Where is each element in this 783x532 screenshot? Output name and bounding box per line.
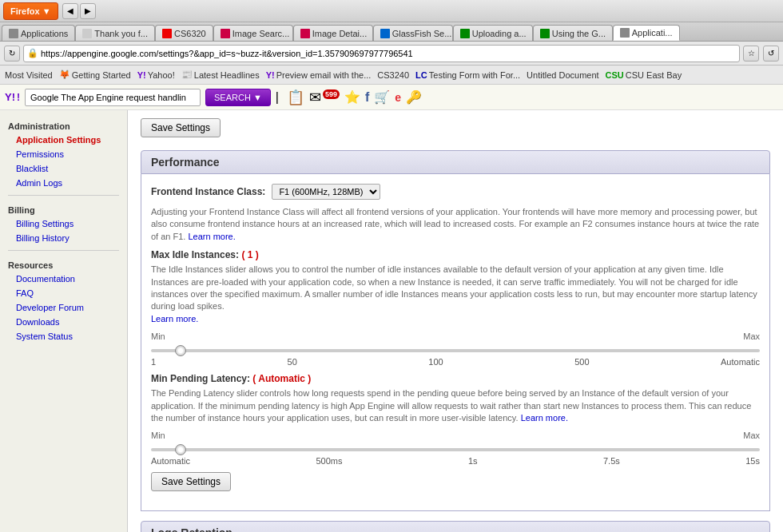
tab-label: CS6320 xyxy=(174,29,206,38)
notification-badge: 599 xyxy=(323,89,340,99)
facebook-icon[interactable]: f xyxy=(365,90,369,105)
tab-applications[interactable]: Applications xyxy=(2,25,75,41)
tab-cs6320[interactable]: CS6320 xyxy=(155,25,213,41)
sidebar-link-blacklist[interactable]: Blacklist xyxy=(0,161,127,176)
address-bar-row: ↻ 🔒 https://appengine.google.com/setting… xyxy=(0,42,783,66)
billing-section-title: Billing xyxy=(0,200,127,216)
sidebar-link-documentation[interactable]: Documentation xyxy=(0,272,127,286)
tab-label: Uploading a... xyxy=(472,29,527,38)
tab-label: Applications xyxy=(21,29,68,38)
bookmark-yahoo[interactable]: Y! Yahoo! xyxy=(137,70,175,80)
tab-icon xyxy=(162,29,172,38)
frontend-field-row: Frontend Instance Class: F1 (600MHz, 128… xyxy=(151,184,760,200)
sidebar-link-admin-logs[interactable]: Admin Logs xyxy=(0,176,127,190)
tab-icon xyxy=(221,29,230,38)
slider1-val-3: 100 xyxy=(428,357,443,367)
tab-uploading[interactable]: Uploading a... xyxy=(453,25,533,41)
bookmark-untitled[interactable]: Untitled Document xyxy=(527,70,599,80)
tab-image-search[interactable]: Image Searc... xyxy=(213,25,293,41)
lock-icon: 🔒 xyxy=(27,48,38,58)
max-idle-slider-container: Min Max 1 50 100 500 Automatic xyxy=(151,332,760,367)
bookmarks-bar: Most Visited 🦊 Getting Started Y! Yahoo!… xyxy=(0,66,783,85)
min-pending-learn-more-link[interactable]: Learn more. xyxy=(521,413,568,423)
slider2-val-5: 15s xyxy=(745,456,760,466)
tab-icon xyxy=(9,29,18,38)
slider2-val-2: 500ms xyxy=(316,456,342,466)
bookmark-most-visited[interactable]: Most Visited xyxy=(5,70,53,80)
content-area: Save Settings Performance Frontend Insta… xyxy=(128,110,783,532)
frontend-learn-more-link[interactable]: Learn more. xyxy=(188,232,235,241)
bookmark-testing-form[interactable]: LC Testing Form with For... xyxy=(415,70,520,80)
slider1-max-label: Max xyxy=(743,332,760,341)
tab-thank-you[interactable]: Thank you f... xyxy=(75,25,155,41)
frontend-select[interactable]: F1 (600MHz, 128MB) F2 (1.2GHz, 256MB) F4… xyxy=(272,184,380,200)
exclamation: ! xyxy=(17,92,20,103)
slider1-line xyxy=(151,349,760,352)
share-icon[interactable]: 📋 xyxy=(287,89,304,106)
slider1-val-2: 50 xyxy=(288,357,297,367)
slider2-val-4: 7.5s xyxy=(603,456,620,466)
tab-glassfish[interactable]: GlassFish Se... xyxy=(373,25,453,41)
bookmark-preview-email[interactable]: Y! Preview email with the... xyxy=(266,70,372,80)
bookmark-csu[interactable]: CSU CSU East Bay xyxy=(606,70,682,80)
slider2-val-1: Automatic xyxy=(151,456,190,466)
max-idle-learn-more-link[interactable]: Learn more. xyxy=(151,314,198,324)
bookmark-latest-headlines[interactable]: 📰 Latest Headlines xyxy=(181,69,260,80)
search-bar-row: Y! ! SEARCH ▼ | 📋 ✉ 599 ⭐ f 🛒 e 🔑 xyxy=(0,85,783,110)
search-button[interactable]: SEARCH ▼ xyxy=(205,89,271,106)
ebay-icon[interactable]: e xyxy=(395,91,401,104)
firefox-menu-button[interactable]: Firefox ▼ xyxy=(3,2,58,20)
refresh-button[interactable]: ↺ xyxy=(763,46,779,62)
lc-icon: LC xyxy=(415,70,427,80)
slider1-val-5: Automatic xyxy=(721,357,760,367)
tab-label: Image Detai... xyxy=(312,29,367,38)
tab-using-g[interactable]: Using the G... xyxy=(533,25,613,41)
tab-icon xyxy=(82,29,92,38)
reload-button[interactable]: ↻ xyxy=(4,46,20,62)
sidebar: Administration Application Settings Perm… xyxy=(0,110,128,532)
mail-icon[interactable]: ✉ xyxy=(309,89,321,106)
slider1-values: 1 50 100 500 Automatic xyxy=(151,357,760,367)
tab-label: Thank you f... xyxy=(94,29,148,38)
save-settings-button-bottom[interactable]: Save Settings xyxy=(151,472,231,491)
resources-section-title: Resources xyxy=(0,256,127,272)
sidebar-link-permissions[interactable]: Permissions xyxy=(0,147,127,161)
save-settings-button-top[interactable]: Save Settings xyxy=(141,118,221,137)
csu-icon: CSU xyxy=(606,70,624,80)
max-idle-slider[interactable] xyxy=(151,344,760,357)
star-button[interactable]: ☆ xyxy=(743,46,759,62)
email-icon: Y! xyxy=(266,70,275,80)
tab-applicati-active[interactable]: Applicati... xyxy=(613,25,680,41)
yahoo-icon: Y! xyxy=(137,70,146,80)
bookmark-icon: 🦊 xyxy=(59,69,70,80)
sidebar-link-system-status[interactable]: System Status xyxy=(0,329,127,343)
bookmark-cs3240[interactable]: CS3240 xyxy=(377,70,409,80)
bookmarks-icon[interactable]: ⭐ xyxy=(344,89,360,105)
min-pending-slider[interactable] xyxy=(151,443,760,456)
back-button[interactable]: ◀ xyxy=(62,3,78,19)
slider2-thumb[interactable] xyxy=(175,444,186,455)
sidebar-link-billing-settings[interactable]: Billing Settings xyxy=(0,216,127,231)
tab-image-detail[interactable]: Image Detai... xyxy=(293,25,373,41)
slider2-line xyxy=(151,448,760,451)
performance-section: Frontend Instance Class: F1 (600MHz, 128… xyxy=(141,174,770,511)
forward-button[interactable]: ▶ xyxy=(80,3,96,19)
key-icon[interactable]: 🔑 xyxy=(406,89,422,105)
bookmark-getting-started[interactable]: 🦊 Getting Started xyxy=(59,69,131,80)
browser-titlebar: Firefox ▼ ◀ ▶ xyxy=(0,0,783,22)
slider2-min-label: Min xyxy=(151,431,165,440)
search-input[interactable] xyxy=(25,89,201,106)
sidebar-link-faq[interactable]: FAQ xyxy=(0,286,127,300)
yahoo-search-logo: Y! xyxy=(5,91,15,103)
sidebar-link-downloads[interactable]: Downloads xyxy=(0,315,127,329)
sidebar-link-developer-forum[interactable]: Developer Forum xyxy=(0,300,127,315)
tabs-bar: Applications Thank you f... CS6320 Image… xyxy=(0,22,783,42)
address-box[interactable]: 🔒 https://appengine.google.com/settings?… xyxy=(23,45,740,62)
rss-icon: 📰 xyxy=(181,69,193,80)
cart-icon[interactable]: 🛒 xyxy=(374,89,390,105)
slider1-thumb[interactable] xyxy=(175,345,186,356)
sidebar-link-billing-history[interactable]: Billing History xyxy=(0,231,127,245)
tab-label: Image Searc... xyxy=(233,29,290,38)
main-area: Administration Application Settings Perm… xyxy=(0,110,783,532)
sidebar-link-app-settings[interactable]: Application Settings xyxy=(0,133,127,147)
